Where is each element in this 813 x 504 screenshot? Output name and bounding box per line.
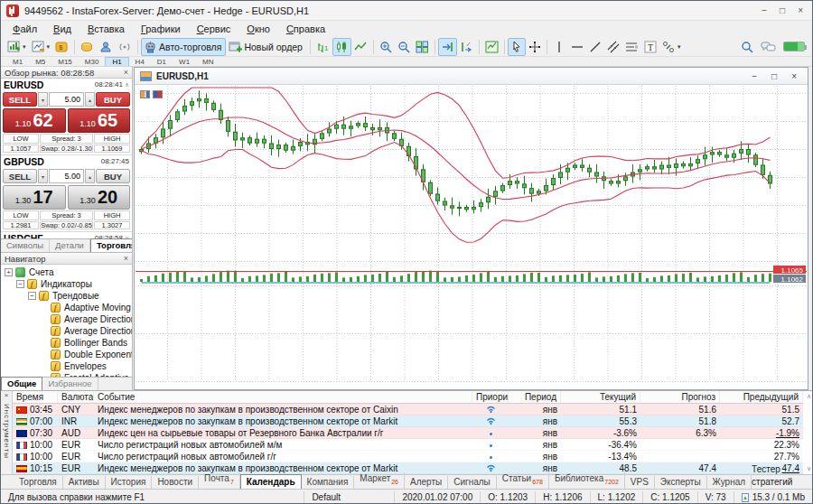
close-icon[interactable]: × (1, 391, 12, 400)
expand-toggle-icon[interactable]: − (16, 280, 24, 288)
channel-button[interactable] (604, 38, 622, 56)
tree-item[interactable]: Envelopes (1, 360, 132, 372)
col-period[interactable]: Период (509, 391, 561, 403)
bottom-tab[interactable]: Эксперты (655, 476, 707, 489)
bottom-tab[interactable]: Активы (63, 476, 106, 489)
menu-item[interactable]: Окно (238, 21, 278, 37)
timeframe-button[interactable]: M5 (29, 57, 51, 66)
bottom-tab[interactable]: Компания (302, 476, 355, 489)
bottom-tab[interactable]: Календарь (240, 474, 302, 489)
bottom-tab[interactable]: Новости (152, 476, 199, 489)
menu-item[interactable]: Сервис (189, 21, 239, 37)
objects-list-button[interactable] (482, 38, 501, 56)
timeframe-button[interactable]: M15 (51, 57, 79, 66)
tree-item[interactable]: Bollinger Bands (1, 337, 132, 349)
bottom-tab[interactable]: Статьи678 (497, 472, 549, 489)
mql5-community-button[interactable]: $ (52, 38, 71, 56)
strategy-tester-label[interactable]: Тестер стратегий (752, 463, 812, 489)
scroll-up-icon[interactable]: ∧ (807, 393, 811, 400)
col-event[interactable]: Событие (94, 391, 472, 403)
buy-button[interactable]: BUY (96, 169, 130, 183)
close-icon[interactable]: × (124, 68, 128, 77)
col-time[interactable]: Время (13, 391, 58, 403)
bid-price-tile[interactable]: 1.10 62 (3, 108, 66, 133)
menu-item[interactable]: Вставка (79, 21, 133, 37)
bottom-tab[interactable]: Сигналы (448, 476, 497, 489)
bottom-tab[interactable]: История (106, 476, 153, 489)
new-order-button[interactable]: Новый ордер (226, 38, 307, 56)
tab-details[interactable]: Детали (50, 239, 90, 252)
col-priority[interactable]: Приори... (472, 391, 509, 403)
timeframe-button[interactable]: M30 (79, 57, 106, 66)
menu-item[interactable]: Файл (5, 21, 45, 37)
window-minimize-button[interactable]: − (762, 3, 767, 19)
tree-item[interactable]: Double Exponential Moving Average (1, 349, 132, 360)
tile-windows-button[interactable] (413, 38, 432, 56)
accounts-button[interactable] (97, 38, 115, 56)
tree-item[interactable]: Average Directional Movement Index (1, 313, 132, 325)
price-chart-canvas[interactable] (136, 86, 807, 389)
volume-increase-button[interactable]: ▴ (85, 169, 95, 183)
tab-symbols[interactable]: Символы (1, 239, 50, 252)
tab-common[interactable]: Общие (1, 377, 42, 390)
timeframe-button[interactable]: H1 (105, 57, 128, 66)
bottom-tab[interactable]: Журнал (707, 476, 752, 489)
bottom-tab[interactable]: Маркет26 (354, 472, 405, 489)
chat-icon[interactable] (761, 41, 776, 53)
horizontal-line-button[interactable] (568, 38, 586, 56)
autotrading-button[interactable]: Авто-торговля (141, 38, 226, 56)
calendar-row[interactable]: 10:00 EUR Число регистраций новых автомо… (13, 439, 803, 451)
ask-price-tile[interactable]: 1.10 65 (68, 108, 131, 133)
tab-favorites[interactable]: Избранное (42, 378, 98, 390)
trendline-button[interactable] (586, 38, 604, 56)
signals-button[interactable] (115, 38, 135, 56)
chart-overlay-icon[interactable] (140, 90, 150, 98)
tab-trading[interactable]: Торговля (90, 238, 133, 252)
new-chart-button[interactable]: ▾ (5, 38, 29, 56)
volume-increase-button[interactable]: ▴ (85, 92, 95, 107)
window-maximize-button[interactable]: □ (780, 3, 785, 19)
menu-item[interactable]: Вид (45, 21, 79, 37)
tree-item[interactable]: − Трендовые (1, 290, 132, 302)
chart-maximize-button[interactable]: □ (771, 71, 777, 81)
menu-item[interactable]: Графики (133, 21, 189, 37)
volume-field[interactable]: 5.00 (49, 92, 84, 107)
col-previous[interactable]: Предыдущий (720, 391, 803, 403)
zoom-out-button[interactable] (395, 38, 413, 56)
timeframe-button[interactable]: D1 (151, 57, 173, 66)
profiles-button[interactable]: ▾ (29, 38, 53, 56)
expand-toggle-icon[interactable]: + (5, 268, 13, 276)
chart-minimize-button[interactable]: − (752, 71, 757, 81)
zoom-in-button[interactable] (377, 38, 395, 56)
profile-name[interactable]: Default (304, 491, 395, 504)
bars-chart-button[interactable]: 1 (313, 38, 332, 56)
bid-price-tile[interactable]: 1.30 17 (3, 185, 66, 210)
expand-toggle-icon[interactable]: − (28, 292, 36, 300)
sell-button[interactable]: SELL (3, 169, 37, 183)
bottom-tab[interactable]: VPS (625, 476, 655, 489)
payments-button[interactable] (78, 38, 97, 56)
calendar-row[interactable]: 03:45 CNY Индекс менеджеров по закупкам … (13, 404, 803, 415)
scroll-up-icon[interactable]: ∧ (125, 81, 129, 89)
volume-decrease-button[interactable]: ▾ (38, 169, 48, 183)
timeframe-button[interactable]: M1 (6, 57, 29, 66)
calendar-row[interactable]: 07:30 AUD Индекс цен на сырьевые товары … (13, 427, 803, 439)
timeframe-button[interactable]: H4 (129, 57, 151, 66)
bottom-tab[interactable]: Торговля (14, 476, 63, 489)
chart-close-button[interactable]: × (791, 71, 797, 81)
col-currency[interactable]: Валюта (58, 391, 94, 403)
line-chart-button[interactable] (351, 38, 370, 56)
cursor-button[interactable] (508, 38, 526, 56)
timeframe-button[interactable]: MN (196, 57, 220, 66)
volume-decrease-button[interactable]: ▾ (38, 92, 48, 107)
tree-item[interactable]: + Счета (1, 266, 132, 278)
tree-item[interactable]: Average Directional Movement Index Wilde… (1, 325, 132, 337)
window-close-button[interactable]: × (798, 3, 803, 19)
menu-item[interactable]: Справка (278, 21, 333, 37)
buy-button[interactable]: BUY (96, 92, 130, 107)
timeframe-button[interactable]: W1 (173, 57, 196, 66)
col-forecast[interactable]: Прогноз (640, 391, 720, 403)
vertical-line-button[interactable] (550, 38, 568, 56)
chart-shift-button[interactable] (457, 38, 476, 56)
calendar-row[interactable]: 10:00 EUR Число регистраций новых автомо… (13, 451, 803, 462)
